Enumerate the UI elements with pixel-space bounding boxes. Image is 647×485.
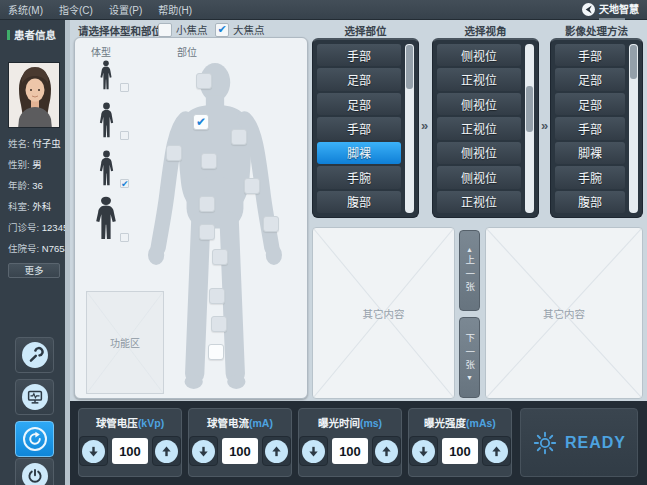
view-list-item[interactable]: 侧视位 xyxy=(437,93,521,115)
marker-knee-checkbox[interactable] xyxy=(209,288,225,304)
marker-abdomen-checkbox[interactable] xyxy=(199,196,215,212)
process-list-item[interactable]: 手腕 xyxy=(555,166,625,188)
part-list-item[interactable]: 足部 xyxy=(317,93,401,115)
marker-left-hand-checkbox[interactable] xyxy=(263,216,279,232)
up-arrow-icon xyxy=(375,440,398,463)
process-list-item[interactable]: 脚裸 xyxy=(555,142,625,164)
down-arrow-icon: ▼ xyxy=(466,374,473,382)
part-list-item[interactable]: 手部 xyxy=(317,117,401,139)
next-image-button[interactable]: 下一张 ▼ xyxy=(459,317,480,398)
monitor-button[interactable] xyxy=(15,379,54,415)
power-button[interactable] xyxy=(15,458,54,485)
process-list-item[interactable]: 足部 xyxy=(555,93,625,115)
process-list-item[interactable]: 足部 xyxy=(555,68,625,90)
part-list-item[interactable]: 手部 xyxy=(317,44,401,66)
app-window: 系统(M) 指令(C) 设置(P) 帮助(H) 天地智慧 患者信息 xyxy=(0,0,647,485)
selection-title: 请选择体型和部位 xyxy=(78,23,162,38)
menu-command[interactable]: 指令(C) xyxy=(59,2,93,17)
exposure-intensity-decrease-button[interactable] xyxy=(409,436,438,466)
patient-photo xyxy=(8,62,60,128)
tube-current-decrease-button[interactable] xyxy=(189,436,218,466)
process-list-panel: 手部 足部 足部 手部 脚裸 手腕 腹部 xyxy=(550,38,643,218)
down-arrow-icon xyxy=(192,440,215,463)
process-list-item[interactable]: 腹部 xyxy=(555,191,625,213)
marker-pelvis-checkbox[interactable] xyxy=(199,224,215,240)
view-list-item[interactable]: 正视位 xyxy=(437,191,521,213)
marker-ankle-checkbox[interactable] xyxy=(208,344,224,360)
prev-image-label: 上一张 xyxy=(465,255,475,296)
part-list-item[interactable]: 手腕 xyxy=(317,166,401,188)
down-arrow-icon xyxy=(302,440,325,463)
down-arrow-icon xyxy=(82,440,105,463)
preview-right-placeholder: 其它内容 xyxy=(543,306,585,321)
small-focus-checkbox[interactable] xyxy=(158,23,172,37)
tube-voltage-decrease-button[interactable] xyxy=(79,436,108,466)
menu-settings[interactable]: 设置(P) xyxy=(109,2,142,17)
exposure-intensity-value[interactable]: 100 xyxy=(442,438,477,464)
large-focus-option[interactable]: ✔ 大焦点 xyxy=(215,22,265,37)
tools-button[interactable] xyxy=(15,337,54,373)
preview-left-placeholder: 其它内容 xyxy=(363,306,405,321)
part-list-item[interactable]: 腹部 xyxy=(317,191,401,213)
rotate-icon xyxy=(23,427,47,451)
patient-gender-row: 性别: 男 xyxy=(8,157,42,171)
menu-system[interactable]: 系统(M) xyxy=(8,2,43,17)
body-type-column-label: 体型 xyxy=(91,44,111,59)
marker-left-elbow-checkbox[interactable] xyxy=(244,178,260,194)
exposure-time-label: 曝光时间(ms) xyxy=(299,415,401,430)
body-type-normal[interactable]: ✔ xyxy=(89,150,123,188)
marker-left-shoulder-checkbox[interactable] xyxy=(231,129,247,145)
part-list-item[interactable]: 足部 xyxy=(317,68,401,90)
marker-head-checkbox[interactable] xyxy=(196,73,212,89)
tube-current-value[interactable]: 100 xyxy=(222,438,257,464)
marker-thigh-checkbox[interactable] xyxy=(212,249,228,265)
radiation-sun-icon xyxy=(532,430,558,456)
view-list-title: 选择视角 xyxy=(432,23,539,38)
patient-age-row: 年龄: 36 xyxy=(8,178,43,192)
view-list-scroll-thumb[interactable] xyxy=(526,86,533,132)
exposure-time-increase-button[interactable] xyxy=(372,436,401,466)
process-list-scroll-thumb[interactable] xyxy=(630,45,637,79)
marker-neck-checkbox[interactable]: ✔ xyxy=(193,114,209,130)
exposure-intensity-box: 曝光强度(mAs) 100 xyxy=(408,408,512,477)
exposure-intensity-increase-button[interactable] xyxy=(482,436,511,466)
tube-voltage-value[interactable]: 100 xyxy=(112,438,147,464)
tube-voltage-increase-button[interactable] xyxy=(152,436,181,466)
process-list-scrollbar xyxy=(629,44,638,213)
up-arrow-icon xyxy=(155,440,178,463)
tube-current-increase-button[interactable] xyxy=(262,436,291,466)
reset-rotate-button[interactable] xyxy=(15,421,54,457)
more-button[interactable]: 更多 xyxy=(8,263,60,278)
body-type-heavy[interactable] xyxy=(89,196,123,242)
body-selection-panel: 体型 部位 ✔ xyxy=(74,37,308,399)
prev-image-button[interactable]: ▲ 上一张 xyxy=(459,230,480,311)
marker-right-arm-checkbox[interactable] xyxy=(166,145,182,161)
large-focus-label: 大焦点 xyxy=(233,22,265,37)
function-area-label: 功能区 xyxy=(110,335,140,350)
view-list-item[interactable]: 正视位 xyxy=(437,117,521,139)
view-list-item[interactable]: 侧视位 xyxy=(437,142,521,164)
view-list-item[interactable]: 侧视位 xyxy=(437,44,521,66)
view-list-item[interactable]: 正视位 xyxy=(437,68,521,90)
view-list-panel: 侧视位 正视位 侧视位 正视位 侧视位 侧视位 正视位 xyxy=(432,38,539,218)
exposure-bar: 球管电压(kVp) 100 球管电流(mA) 100 曝光时间(ms) 100 xyxy=(70,401,647,485)
exposure-time-decrease-button[interactable] xyxy=(299,436,328,466)
patient-info-title: 患者信息 xyxy=(14,27,56,42)
patient-outpatient-row: 门诊号: 12345 xyxy=(8,220,68,234)
chevron-right-icon: » xyxy=(541,118,548,133)
process-list-item[interactable]: 手部 xyxy=(555,44,625,66)
exposure-time-value[interactable]: 100 xyxy=(332,438,367,464)
menu-help[interactable]: 帮助(H) xyxy=(158,2,192,17)
body-type-slim[interactable] xyxy=(89,102,123,140)
wrench-icon xyxy=(22,342,48,368)
part-list-scroll-thumb[interactable] xyxy=(406,45,413,89)
marker-chest-checkbox[interactable] xyxy=(201,153,217,169)
view-list-item[interactable]: 侧视位 xyxy=(437,166,521,188)
marker-calf-checkbox[interactable] xyxy=(211,316,227,332)
large-focus-checkbox[interactable]: ✔ xyxy=(215,23,229,37)
part-list-item-selected[interactable]: 脚裸 xyxy=(317,142,401,164)
process-list-item[interactable]: 手部 xyxy=(555,117,625,139)
small-focus-option[interactable]: 小焦点 xyxy=(158,22,208,37)
ready-button[interactable]: READY xyxy=(520,408,638,477)
body-type-child[interactable] xyxy=(89,60,123,92)
